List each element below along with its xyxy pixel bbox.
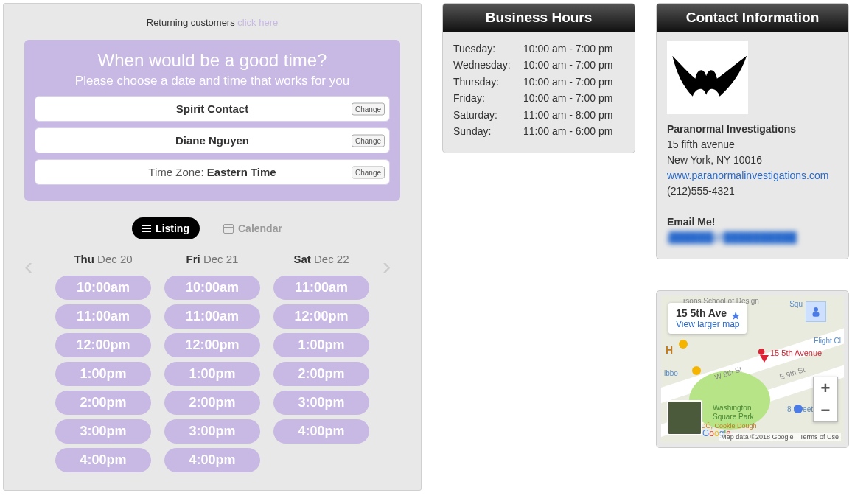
time-slot[interactable]: 4:00pm xyxy=(164,448,260,472)
selected-service: Spirit Contact xyxy=(176,102,248,115)
map-label: Squ xyxy=(789,300,803,308)
tab-calendar-label: Calendar xyxy=(238,223,282,234)
map[interactable]: rsons School of Design Squ Flight Cl ibb… xyxy=(661,295,844,443)
business-hours-panel: Business Hours Tuesday:10:00 am - 7:00 p… xyxy=(442,3,635,153)
selected-staff-row: Diane Nguyen Change xyxy=(35,127,390,153)
business-name: Paranormal Investigations xyxy=(667,122,838,137)
map-label: H xyxy=(666,344,673,356)
hero-subtitle: Please choose a date and time that works… xyxy=(32,74,393,88)
tab-listing-label: Listing xyxy=(156,223,189,234)
day-header: Thu Dec 20 xyxy=(55,253,151,265)
business-hours-title: Business Hours xyxy=(443,4,635,32)
time-slot[interactable]: 2:00pm xyxy=(273,362,369,386)
business-phone: (212)555-4321 xyxy=(667,183,838,199)
list-icon xyxy=(142,225,151,232)
business-hours-body: Tuesday:10:00 am - 7:00 pmWednesday:10:0… xyxy=(443,32,635,153)
svg-point-0 xyxy=(814,307,818,312)
time-slot[interactable]: 2:00pm xyxy=(164,391,260,415)
tab-listing[interactable]: Listing xyxy=(132,217,200,239)
zoom-in-button[interactable]: + xyxy=(814,377,837,399)
time-slot[interactable]: 10:00am xyxy=(55,276,151,300)
contact-info-panel: Contact Information Paranormal Investiga… xyxy=(656,3,849,259)
map-pin-icon: ● xyxy=(757,343,769,363)
map-info-card: ★ 15 5th Ave View larger map xyxy=(668,303,747,334)
time-slot[interactable]: 1:00pm xyxy=(164,362,260,386)
contact-info-title: Contact Information xyxy=(657,4,848,32)
map-poi-icon xyxy=(692,366,701,375)
view-tabs: Listing Calendar xyxy=(24,217,400,239)
selected-service-row: Spirit Contact Change xyxy=(35,96,390,122)
map-label: Square Park xyxy=(713,413,754,421)
map-terms-link[interactable]: Terms of Use xyxy=(800,433,839,441)
hours-row: Wednesday:10:00 am - 7:00 pm xyxy=(453,57,624,73)
map-marker-label: 15 5th Avenue xyxy=(770,349,822,357)
business-logo xyxy=(667,41,748,114)
hours-row: Sunday:11:00 am - 6:00 pm xyxy=(453,123,624,139)
time-slot[interactable]: 4:00pm xyxy=(273,419,369,444)
time-slot[interactable]: 12:00pm xyxy=(273,304,369,329)
tab-calendar[interactable]: Calendar xyxy=(213,217,293,239)
map-person-icon xyxy=(806,301,826,322)
time-slot[interactable]: 11:00am xyxy=(273,276,369,300)
svg-rect-1 xyxy=(813,312,820,317)
hours-row: Tuesday:10:00 am - 7:00 pm xyxy=(453,41,624,57)
star-icon[interactable]: ★ xyxy=(730,309,741,323)
selected-staff: Diane Nguyen xyxy=(175,134,249,147)
map-label: ibbo xyxy=(664,369,678,377)
day-header: Sat Dec 22 xyxy=(273,253,369,265)
time-slot[interactable]: 3:00pm xyxy=(55,419,151,444)
day-header: Fri Dec 21 xyxy=(164,253,260,265)
business-addr2: New York, NY 10016 xyxy=(667,153,838,168)
time-slot[interactable]: 3:00pm xyxy=(273,391,369,415)
change-service-button[interactable]: Change xyxy=(352,102,385,115)
map-data-attribution: Map data ©2018 Google xyxy=(721,433,793,441)
hours-row: Friday:10:00 am - 7:00 pm xyxy=(453,90,624,106)
time-slot[interactable]: 2:00pm xyxy=(55,391,151,415)
time-slot[interactable]: 11:00am xyxy=(164,304,260,329)
returning-text: Returning customers xyxy=(147,17,238,28)
time-slot[interactable]: 12:00pm xyxy=(55,333,151,357)
map-label: Flight Cl xyxy=(814,337,841,345)
day-column-2: Sat Dec 2211:00am12:00pm1:00pm2:00pm3:00… xyxy=(273,253,369,448)
hours-row: Saturday:11:00 am - 8:00 pm xyxy=(453,107,624,123)
map-poi-icon xyxy=(794,405,803,413)
zoom-out-button[interactable]: − xyxy=(814,399,837,421)
calendar-icon xyxy=(223,224,234,234)
bat-icon xyxy=(667,41,748,114)
contact-info-body: Paranormal Investigations 15 fifth avenu… xyxy=(657,32,848,259)
day-grid: ‹ Thu Dec 2010:00am11:00am12:00pm1:00pm2… xyxy=(24,253,400,477)
returning-customer-notice: Returning customers click here xyxy=(24,17,400,28)
business-website-link[interactable]: www.paranormalinvestigations.com xyxy=(667,169,828,181)
email-label: Email Me! xyxy=(667,214,838,230)
hero-panel: When would be a good time? Please choose… xyxy=(24,40,400,201)
hero-title: When would be a good time? xyxy=(32,50,393,71)
time-slot[interactable]: 10:00am xyxy=(164,276,260,300)
timezone-value: Eastern Time xyxy=(207,166,276,178)
map-poi-icon xyxy=(679,340,688,349)
map-zoom-control: + − xyxy=(813,377,838,422)
time-slot[interactable]: 4:00pm xyxy=(55,448,151,472)
day-column-1: Fri Dec 2110:00am11:00am12:00pm1:00pm2:0… xyxy=(164,253,260,477)
prev-days-button[interactable]: ‹ xyxy=(24,253,42,278)
time-slot[interactable]: 1:00pm xyxy=(55,362,151,386)
business-email-link[interactable]: j██████@██████████ xyxy=(667,231,797,243)
map-panel: rsons School of Design Squ Flight Cl ibb… xyxy=(656,290,849,448)
change-timezone-button[interactable]: Change xyxy=(352,166,385,178)
business-addr1: 15 fifth avenue xyxy=(667,137,838,153)
returning-click-here-link[interactable]: click here xyxy=(237,17,278,28)
map-footer: Map data ©2018 Google Terms of Use xyxy=(719,433,841,441)
day-column-0: Thu Dec 2010:00am11:00am12:00pm1:00pm2:0… xyxy=(55,253,151,477)
next-days-button[interactable]: › xyxy=(383,253,400,278)
map-label: Washington xyxy=(713,404,751,412)
time-slot[interactable]: 11:00am xyxy=(55,304,151,329)
map-thumbnail[interactable] xyxy=(667,400,702,435)
time-slot[interactable]: 1:00pm xyxy=(273,333,369,357)
time-slot[interactable]: 12:00pm xyxy=(164,333,260,357)
selected-timezone-row: Time Zone: Eastern Time Change xyxy=(35,159,390,185)
change-staff-button[interactable]: Change xyxy=(352,134,385,147)
booking-widget: Returning customers click here When woul… xyxy=(3,3,422,491)
hours-row: Thursday:10:00 am - 7:00 pm xyxy=(453,74,624,90)
timezone-label: Time Zone: xyxy=(148,166,206,178)
time-slot[interactable]: 3:00pm xyxy=(164,419,260,444)
